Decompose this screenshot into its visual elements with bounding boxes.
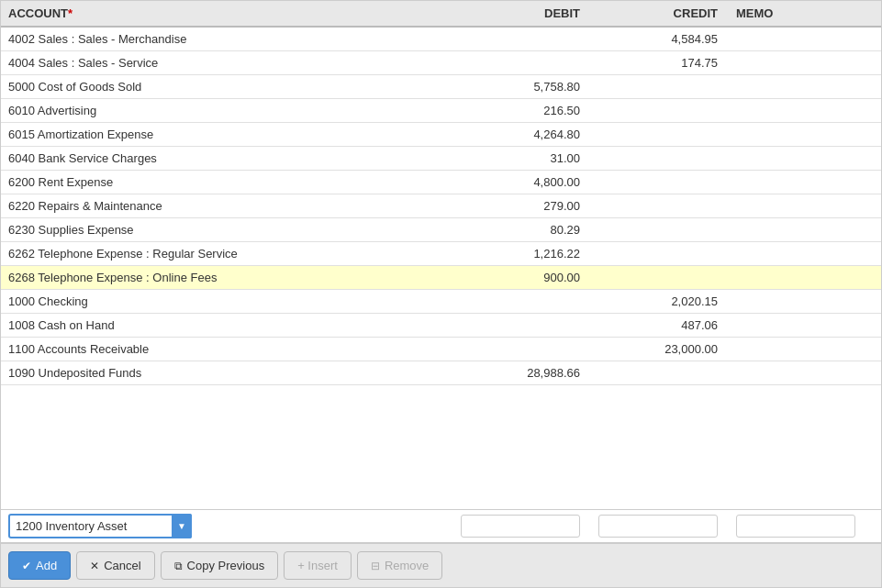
cell-account: 5000 Cost of Goods Sold — [8, 80, 461, 94]
add-label: Add — [36, 559, 57, 572]
cell-account: 6230 Supplies Expense — [8, 223, 461, 237]
account-asterisk: * — [68, 6, 73, 20]
x-icon: ✕ — [90, 560, 99, 572]
table-row[interactable]: 6015 Amortization Expense4,264.80 — [1, 123, 881, 147]
cell-credit: 174.75 — [598, 56, 736, 70]
table-row[interactable]: 1100 Accounts Receivable23,000.00 — [1, 338, 881, 361]
cell-account: 6015 Amortization Expense — [8, 128, 461, 141]
cell-credit: 487.06 — [598, 318, 736, 332]
cell-account: 6200 Rent Expense — [8, 175, 461, 189]
input-credit[interactable] — [598, 515, 736, 538]
cell-credit: 2,020.15 — [598, 294, 736, 308]
header-memo: MEMO — [736, 6, 874, 20]
table-row[interactable]: 6010 Advertising216.50 — [1, 99, 881, 123]
remove-button[interactable]: ⊟ Remove — [357, 551, 442, 580]
account-select[interactable]: 1200 Inventory Asset 1000 Checking 1008 … — [8, 514, 192, 538]
cell-account: 6262 Telephone Expense : Regular Service — [8, 247, 461, 261]
table-row[interactable]: 6040 Bank Service Charges31.00 — [1, 147, 881, 171]
account-header-label: ACCOUNT — [8, 6, 68, 20]
table-row[interactable]: 6220 Repairs & Maintenance279.00 — [1, 194, 881, 218]
cell-debit: 4,264.80 — [461, 128, 598, 141]
table-row[interactable]: 6230 Supplies Expense80.29 — [1, 218, 881, 242]
cancel-label: Cancel — [104, 559, 140, 572]
account-select-wrapper[interactable]: 1200 Inventory Asset 1000 Checking 1008 … — [8, 514, 192, 538]
cell-credit: 4,584.95 — [598, 32, 736, 46]
add-button[interactable]: ✔ Add — [8, 551, 71, 580]
insert-button[interactable]: + Insert — [284, 551, 352, 580]
cell-account: 1100 Accounts Receivable — [8, 342, 461, 356]
copy-previous-button[interactable]: ⧉ Copy Previous — [161, 551, 279, 580]
header-debit: DEBIT — [461, 6, 598, 20]
table-row[interactable]: 6200 Rent Expense4,800.00 — [1, 171, 881, 194]
table-row[interactable]: 6262 Telephone Expense : Regular Service… — [1, 242, 881, 266]
table-header: ACCOUNT* DEBIT CREDIT MEMO — [1, 1, 881, 28]
cell-account: 6040 Bank Service Charges — [8, 151, 461, 165]
table-row[interactable]: 6268 Telephone Expense : Online Fees900.… — [1, 266, 881, 290]
cell-debit: 31.00 — [461, 151, 598, 165]
table-row[interactable]: 1090 Undeposited Funds28,988.66 — [1, 361, 881, 385]
cell-debit: 279.00 — [461, 199, 598, 213]
cell-account: 6220 Repairs & Maintenance — [8, 199, 461, 213]
insert-label: + Insert — [297, 559, 338, 572]
table-row[interactable]: 1000 Checking2,020.15 — [1, 290, 881, 314]
credit-input[interactable] — [598, 515, 718, 538]
table-row[interactable]: 5000 Cost of Goods Sold5,758.80 — [1, 75, 881, 99]
footer-buttons: ✔ Add ✕ Cancel ⧉ Copy Previous + Insert … — [1, 543, 881, 587]
copy-icon: ⧉ — [174, 560, 183, 572]
cell-account: 4004 Sales : Sales - Service — [8, 56, 461, 70]
remove-label: Remove — [385, 559, 429, 572]
cell-debit: 28,988.66 — [461, 366, 598, 380]
cell-debit: 5,758.80 — [461, 80, 598, 94]
cancel-button[interactable]: ✕ Cancel — [76, 551, 154, 580]
header-account: ACCOUNT* — [8, 6, 461, 20]
cell-account: 6268 Telephone Expense : Online Fees — [8, 271, 461, 284]
debit-input[interactable] — [461, 515, 580, 538]
copy-label: Copy Previous — [187, 559, 265, 572]
cell-account: 1008 Cash on Hand — [8, 318, 461, 332]
input-memo[interactable] — [736, 515, 874, 538]
table-row[interactable]: 1008 Cash on Hand487.06 — [1, 314, 881, 338]
table-row[interactable]: 4004 Sales : Sales - Service174.75 — [1, 51, 881, 75]
cell-credit: 23,000.00 — [598, 342, 736, 356]
header-credit: CREDIT — [598, 6, 736, 20]
cell-debit: 4,800.00 — [461, 175, 598, 189]
cell-debit: 80.29 — [461, 223, 598, 237]
cell-account: 1000 Checking — [8, 294, 461, 308]
cell-account: 4002 Sales : Sales - Merchandise — [8, 32, 461, 46]
input-debit[interactable] — [461, 515, 598, 538]
input-row: 1200 Inventory Asset 1000 Checking 1008 … — [1, 509, 881, 543]
memo-input[interactable] — [736, 515, 855, 538]
table-body: 4002 Sales : Sales - Merchandise4,584.95… — [1, 28, 881, 509]
cell-debit: 900.00 — [461, 271, 598, 284]
cell-debit: 216.50 — [461, 104, 598, 117]
journal-entry-table: ACCOUNT* DEBIT CREDIT MEMO 4002 Sales : … — [0, 0, 882, 588]
remove-icon: ⊟ — [371, 560, 380, 572]
cell-account: 1090 Undeposited Funds — [8, 366, 461, 380]
check-icon: ✔ — [22, 560, 31, 572]
table-row[interactable]: 4002 Sales : Sales - Merchandise4,584.95 — [1, 28, 881, 51]
cell-account: 6010 Advertising — [8, 104, 461, 117]
cell-debit: 1,216.22 — [461, 247, 598, 261]
